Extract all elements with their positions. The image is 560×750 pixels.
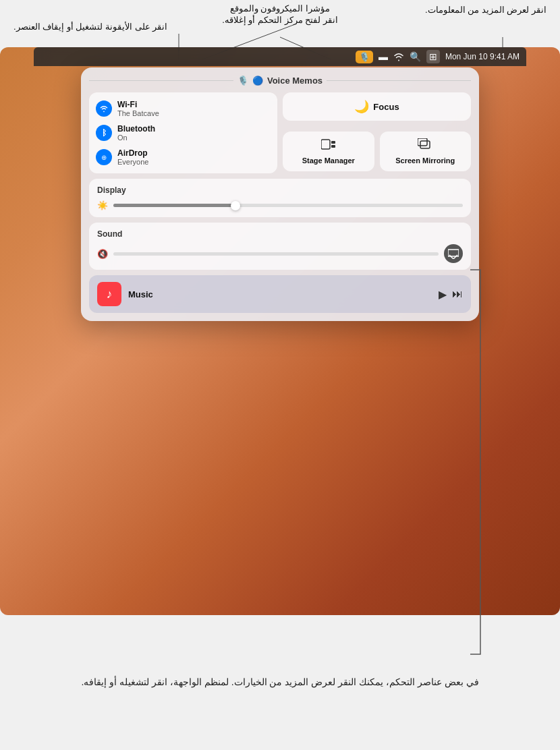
screen-mirroring-tile[interactable]: Screen Mirroring — [380, 132, 472, 171]
brightness-icon: ☀️ — [97, 200, 108, 210]
display-slider-track[interactable] — [113, 204, 463, 207]
airdrop-item[interactable]: ⊕ AirDrop Everyone — [96, 146, 271, 168]
stage-manager-label: Stage Manager — [302, 156, 355, 165]
display-slider-thumb[interactable] — [231, 201, 240, 210]
menu-bar: 🎙️ ▬ 🔍 ⊞ Mon Jun 10 9:41 AM — [34, 47, 526, 66]
wifi-menu-icon — [393, 52, 404, 61]
bluetooth-icon: ᛒ — [96, 125, 112, 141]
stage-manager-icon — [321, 138, 336, 154]
battery-icon: ▬ — [379, 51, 388, 62]
annotation-top-middle-1: مؤشرا الميكروفون والموقع — [186, 3, 374, 13]
music-label: Music — [128, 289, 432, 299]
control-center-panel: 🎙️ 🔵 Voice Memos Wi-Fi The Batcave — [81, 67, 479, 321]
voice-memos-header: 🎙️ 🔵 Voice Memos — [89, 76, 471, 86]
sound-title: Sound — [97, 229, 463, 239]
sound-slider-container: 🔇 — [97, 244, 463, 263]
screen-mirroring-label: Screen Mirroring — [395, 156, 455, 165]
airplay-button[interactable] — [444, 244, 463, 263]
search-menu-icon[interactable]: 🔍 — [410, 51, 421, 62]
svg-rect-7 — [418, 138, 427, 146]
svg-rect-4 — [321, 140, 330, 149]
focus-tile[interactable]: 🌙 Focus — [283, 92, 471, 121]
airdrop-icon: ⊕ — [96, 149, 112, 165]
annotations-top: انقر على الأيقونة لتشغيل أو إيقاف العنصر… — [0, 0, 560, 47]
network-tile[interactable]: Wi-Fi The Batcave ᛒ Bluetooth On ⊕ AirDr… — [89, 92, 277, 173]
display-section[interactable]: Display ☀️ — [89, 179, 471, 217]
sound-slider-track[interactable] — [113, 252, 439, 256]
menu-bar-date: Mon Jun 10 9:41 AM — [445, 52, 520, 61]
annotation-top-left: انقر على الأيقونة لتشغيل أو إيقاف العنصر… — [13, 20, 167, 34]
forward-button[interactable]: ⏭ — [452, 288, 463, 300]
airdrop-text: AirDrop Everyone — [117, 148, 148, 166]
svg-rect-5 — [331, 141, 335, 144]
music-app-icon: ♪ — [97, 282, 121, 306]
sound-section[interactable]: Sound 🔇 — [89, 223, 471, 270]
focus-icon: 🌙 — [354, 99, 369, 114]
voice-memos-mic-icon: 🎙️ — [237, 76, 248, 86]
wifi-item[interactable]: Wi-Fi The Batcave — [96, 98, 271, 119]
control-center-menu-icon[interactable]: ⊞ — [426, 50, 440, 63]
voice-memos-label: Voice Memos — [267, 76, 323, 86]
display-slider-container: ☀️ — [97, 200, 463, 210]
voice-memos-location-icon: 🔵 — [252, 76, 263, 86]
music-controls: ▶ ⏭ — [439, 288, 463, 301]
volume-icon: 🔇 — [97, 249, 108, 259]
annotation-top-right: انقر لعرض المزيد من المعلومات. — [425, 3, 547, 17]
music-section[interactable]: ♪ Music ▶ ⏭ — [89, 275, 471, 313]
bluetooth-item[interactable]: ᛒ Bluetooth On — [96, 122, 271, 144]
right-col: 🌙 Focus Stage Manager — [283, 92, 471, 173]
screen-mirroring-icon — [418, 138, 432, 154]
stage-screen-row: Stage Manager Screen Mirroring — [283, 132, 471, 171]
svg-rect-6 — [331, 145, 335, 148]
bottom-annotation-text: في بعض عناصر التحكم، يمكنك النقر لعرض ال… — [81, 674, 478, 691]
stage-manager-tile[interactable]: Stage Manager — [283, 132, 374, 171]
mic-icon[interactable]: 🎙️ — [356, 51, 373, 63]
annotation-top-middle-2: انقر لفتح مركز التحكم أو إغلاقه. — [186, 15, 374, 25]
wifi-text: Wi-Fi The Batcave — [117, 100, 159, 117]
focus-label: Focus — [373, 102, 399, 112]
wifi-icon — [96, 100, 112, 117]
display-slider-fill — [113, 204, 235, 207]
right-bracket — [467, 263, 487, 661]
bluetooth-text: Bluetooth On — [117, 124, 155, 142]
play-button[interactable]: ▶ — [439, 288, 447, 301]
display-title: Display — [97, 185, 463, 195]
svg-rect-8 — [420, 141, 430, 148]
top-grid: Wi-Fi The Batcave ᛒ Bluetooth On ⊕ AirDr… — [89, 92, 471, 173]
